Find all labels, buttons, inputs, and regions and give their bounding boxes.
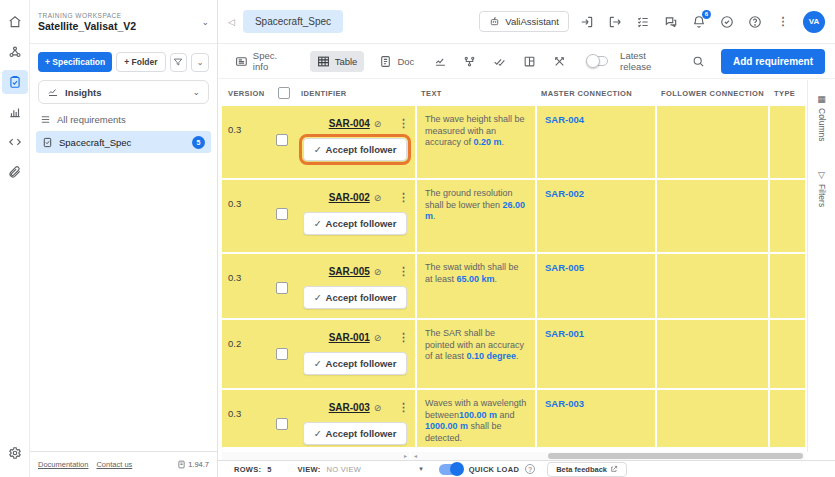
table-header-row: VERSION IDENTIFIER TEXT MASTER CONNECTIO… bbox=[222, 80, 805, 106]
insights-panel[interactable]: Insights ⌄ bbox=[38, 80, 209, 104]
collapse-sidebar-icon[interactable]: ◁ bbox=[228, 17, 235, 27]
row-checkbox[interactable] bbox=[276, 208, 288, 220]
column-header-identifier[interactable]: IDENTIFIER bbox=[295, 89, 415, 98]
verify-all-icon[interactable] bbox=[489, 50, 511, 72]
row-menu-icon[interactable]: ⋮ bbox=[398, 192, 409, 203]
settings-gear-icon[interactable] bbox=[2, 441, 28, 465]
tab-spacecraft-spec[interactable]: Spacecraft_Spec bbox=[243, 10, 343, 33]
column-header-follower-connection[interactable]: FOLLOWER CONNECTION bbox=[655, 89, 768, 98]
assistant-label: ValiAssistant bbox=[505, 16, 559, 27]
chevron-down-icon: ⌄ bbox=[201, 17, 209, 27]
workspace-selector[interactable]: TRAINING WORKSPACE Satellite_Valisat_V2 … bbox=[30, 0, 217, 44]
columns-panel-label: Columns bbox=[817, 108, 827, 142]
not-verified-icon: ⊘ bbox=[374, 267, 382, 277]
beta-feedback-button[interactable]: Beta feedback bbox=[547, 462, 627, 477]
requirement-id-link[interactable]: SAR-004 bbox=[329, 118, 370, 129]
column-header-type[interactable]: TYPE bbox=[768, 89, 805, 98]
list-icon bbox=[40, 114, 51, 125]
table-row[interactable]: 0.3 SAR-002 ⊘ ⋮ ✓ Accept follower The gr… bbox=[222, 180, 805, 254]
kebab-menu-icon[interactable]: ⋮ bbox=[771, 10, 795, 34]
accept-follower-button[interactable]: ✓ Accept follower bbox=[303, 212, 408, 235]
columns-panel-button[interactable]: ▦ Columns bbox=[817, 94, 827, 142]
scroll-left-arrow-icon[interactable]: ◂ bbox=[414, 452, 417, 460]
not-verified-icon: ⊘ bbox=[374, 119, 382, 129]
accept-follower-button-label: Accept follower bbox=[326, 292, 397, 303]
row-checkbox[interactable] bbox=[276, 134, 288, 146]
cross-links-icon[interactable] bbox=[548, 50, 570, 72]
horizontal-scrollbar[interactable]: ▸ ◂ bbox=[222, 452, 805, 460]
more-options-icon[interactable]: ⌄ bbox=[191, 53, 209, 72]
row-master-connection[interactable]: SAR-004 bbox=[535, 106, 655, 178]
column-header-text[interactable]: TEXT bbox=[415, 89, 535, 98]
table-row[interactable]: 0.2 SAR-001 ⊘ ⋮ ✓ Accept follower The SA… bbox=[222, 320, 805, 390]
modules-icon[interactable] bbox=[2, 40, 28, 64]
analyses-icon[interactable] bbox=[2, 100, 28, 124]
accept-follower-button[interactable]: ✓ Accept follower bbox=[303, 422, 408, 445]
requirement-id-link[interactable]: SAR-002 bbox=[329, 192, 370, 203]
hierarchy-view-icon[interactable] bbox=[459, 50, 481, 72]
column-header-master-connection[interactable]: MASTER CONNECTION bbox=[535, 89, 655, 98]
all-requirements-item[interactable]: All requirements bbox=[30, 104, 217, 129]
vali-assistant-button[interactable]: ValiAssistant bbox=[479, 11, 569, 32]
view-value[interactable]: NO VIEW bbox=[327, 465, 362, 474]
tasks-checklist-icon[interactable] bbox=[631, 10, 655, 34]
comments-icon[interactable] bbox=[659, 10, 683, 34]
help-icon[interactable] bbox=[743, 10, 767, 34]
import-icon[interactable] bbox=[575, 10, 599, 34]
row-master-connection[interactable]: SAR-005 bbox=[535, 254, 655, 319]
attachments-icon[interactable] bbox=[2, 160, 28, 184]
row-checkbox[interactable] bbox=[276, 282, 288, 294]
quick-load-label: QUICK LOAD bbox=[469, 465, 520, 474]
accept-follower-button[interactable]: ✓ Accept follower bbox=[303, 352, 408, 375]
app-rail bbox=[0, 0, 30, 477]
row-master-connection[interactable]: SAR-002 bbox=[535, 180, 655, 252]
accept-follower-button[interactable]: ✓ Accept follower bbox=[303, 286, 408, 309]
status-check-icon[interactable] bbox=[715, 10, 739, 34]
avatar[interactable]: VA bbox=[803, 11, 825, 33]
requirement-id-link[interactable]: SAR-003 bbox=[329, 402, 370, 413]
row-master-connection[interactable]: SAR-001 bbox=[535, 320, 655, 388]
row-menu-icon[interactable]: ⋮ bbox=[398, 266, 409, 277]
requirements-icon[interactable] bbox=[2, 70, 28, 94]
column-header-version[interactable]: VERSION bbox=[222, 89, 268, 98]
row-menu-icon[interactable]: ⋮ bbox=[398, 332, 409, 343]
sidebar-item-spacecraft-spec[interactable]: Spacecraft_Spec 5 bbox=[36, 131, 211, 153]
add-specification-button[interactable]: + Specification bbox=[38, 52, 112, 72]
filters-panel-button[interactable]: ▽ Filters bbox=[817, 170, 827, 207]
scroll-right-arrow-icon[interactable]: ▸ bbox=[404, 452, 407, 460]
row-checkbox[interactable] bbox=[276, 418, 288, 430]
documentation-link[interactable]: Documentation bbox=[38, 460, 88, 469]
table-row[interactable]: 0.3 SAR-004 ⊘ ⋮ ✓ Accept follower The wa… bbox=[222, 106, 805, 180]
row-master-connection[interactable]: SAR-003 bbox=[535, 390, 655, 449]
requirement-id-link[interactable]: SAR-001 bbox=[329, 332, 370, 343]
scripting-icon[interactable] bbox=[2, 130, 28, 154]
insights-view-icon[interactable] bbox=[429, 50, 451, 72]
table-view-button[interactable]: Table bbox=[310, 51, 365, 72]
table-row[interactable]: 0.3 SAR-005 ⊘ ⋮ ✓ Accept follower The sw… bbox=[222, 254, 805, 320]
view-dropdown-caret-icon[interactable]: ▾ bbox=[419, 465, 423, 473]
scrollbar-thumb[interactable] bbox=[548, 453, 803, 459]
quick-load-toggle[interactable] bbox=[439, 464, 463, 475]
doc-view-button[interactable]: Doc bbox=[372, 51, 421, 72]
add-requirement-button[interactable]: Add requirement bbox=[721, 49, 825, 74]
requirement-id-link[interactable]: SAR-005 bbox=[329, 266, 370, 277]
board-view-icon[interactable] bbox=[519, 50, 541, 72]
contact-us-link[interactable]: Contact us bbox=[96, 460, 132, 469]
table-row[interactable]: 0.3 SAR-003 ⊘ ⋮ ✓ Accept follower Waves … bbox=[222, 390, 805, 449]
search-icon[interactable] bbox=[687, 50, 709, 72]
row-menu-icon[interactable]: ⋮ bbox=[398, 118, 409, 129]
row-menu-icon[interactable]: ⋮ bbox=[398, 402, 409, 413]
home-icon[interactable] bbox=[2, 10, 28, 34]
add-folder-button[interactable]: + Folder bbox=[116, 52, 165, 72]
row-checkbox[interactable] bbox=[276, 348, 288, 360]
latest-release-toggle[interactable] bbox=[586, 56, 608, 66]
accept-follower-button-label: Accept follower bbox=[326, 144, 397, 155]
filter-icon[interactable] bbox=[170, 53, 188, 72]
notifications-bell-icon[interactable]: 6 bbox=[687, 10, 711, 34]
assistant-bot-icon bbox=[489, 16, 500, 27]
export-icon[interactable] bbox=[603, 10, 627, 34]
spec-info-button[interactable]: Spec. info bbox=[228, 46, 302, 76]
quick-load-help-icon[interactable]: ? bbox=[525, 464, 535, 474]
accept-follower-button[interactable]: ✓ Accept follower bbox=[303, 138, 408, 161]
select-all-checkbox[interactable] bbox=[278, 87, 290, 99]
